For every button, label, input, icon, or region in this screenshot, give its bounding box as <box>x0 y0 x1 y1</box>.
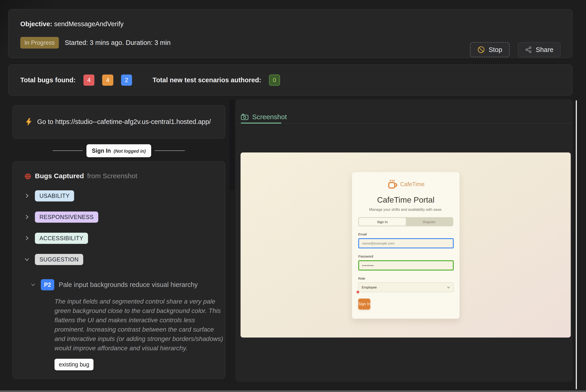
chevron-down-icon <box>24 256 30 262</box>
chevron-right-icon <box>24 214 30 220</box>
signin-marker-note: (Not logged in) <box>114 148 146 154</box>
status-badge: In Progress <box>20 37 59 48</box>
stop-icon <box>477 46 485 54</box>
password-label: Password <box>358 254 453 258</box>
role-label: Role <box>358 276 453 280</box>
divider-line-right <box>155 150 185 151</box>
bug-count-p3: 2 <box>121 74 132 86</box>
tab-register[interactable]: Register <box>406 218 453 226</box>
stats-bar: Total bugs found: 4 4 2 Total new test s… <box>8 64 572 96</box>
objective-line: Objective: sendMessageAndVerify <box>20 20 560 28</box>
bug-count-p2: 4 <box>102 74 113 86</box>
tab-screenshot-label: Screenshot <box>252 113 287 121</box>
cafetime-portal-title: CafeTime Portal <box>352 195 459 204</box>
chevron-down-icon <box>447 286 450 289</box>
sign-in-button[interactable]: Sign In <box>358 298 370 310</box>
role-selected-value: Employee <box>362 285 377 289</box>
ladybug-icon <box>24 172 32 180</box>
category-row-responsiveness[interactable]: RESPONSIVENESS <box>24 212 214 222</box>
tab-sign-in[interactable]: Sign In <box>359 218 406 226</box>
existing-bug-tag[interactable]: existing bug <box>55 359 94 370</box>
category-chip-responsiveness[interactable]: RESPONSIVENESS <box>35 212 98 223</box>
stop-label: Stop <box>489 46 502 54</box>
bugs-captured-card: Bugs Captured from Screenshot USABILITY … <box>12 161 225 379</box>
screenshot-image: CafeTime CafeTime Portal Manage your shi… <box>241 152 571 338</box>
cursor-marker <box>357 291 359 293</box>
auth-segmented-control: Sign In Register <box>358 217 453 226</box>
run-timing: Started: 3 mins ago. Duration: 3 min <box>65 39 171 46</box>
bug-title: Pale input backgrounds reduce visual hie… <box>59 281 198 288</box>
objective-card: Objective: sendMessageAndVerify In Progr… <box>8 9 572 58</box>
preview-panel: Screenshot CafeTi <box>235 99 572 382</box>
category-chip-suggestion[interactable]: SUGGESTION <box>35 254 83 265</box>
coffee-cup-logo-icon <box>387 179 397 190</box>
objective-value: sendMessageAndVerify <box>54 20 124 28</box>
chevron-down-icon <box>30 282 36 288</box>
timeline-scrollbar[interactable] <box>229 99 235 190</box>
window-bottom-edge <box>0 390 586 392</box>
preview-scrollbar[interactable] <box>576 100 577 389</box>
qa-dashboard: Objective: sendMessageAndVerify In Progr… <box>0 0 586 392</box>
priority-badge: P2 <box>41 279 54 290</box>
bug-item[interactable]: P2 Pale input backgrounds reduce visual … <box>30 279 214 290</box>
share-label: Share <box>536 46 553 54</box>
bug-count-p1: 4 <box>84 74 94 86</box>
action-lightning-icon <box>25 118 32 126</box>
share-icon <box>525 46 532 53</box>
bugs-captured-subtitle: from Screenshot <box>87 172 137 180</box>
camera-icon <box>241 114 249 120</box>
tab-screenshot[interactable]: Screenshot <box>241 113 287 121</box>
bug-description: The input fields and segmented control s… <box>55 297 225 353</box>
goto-step-card: Go to https://studio--cafetime-afg2v.us-… <box>12 105 225 138</box>
bugs-found-label: Total bugs found: <box>20 76 76 84</box>
chevron-right-icon <box>24 235 30 241</box>
category-chip-accessibility[interactable]: ACCESSIBILITY <box>35 233 88 244</box>
tab-divider <box>235 123 572 123</box>
signin-marker-row: Sign In (Not logged in) <box>12 143 225 158</box>
divider-line-left <box>53 150 83 151</box>
category-chip-usability[interactable]: USABILITY <box>35 190 74 202</box>
active-tab-underline <box>241 122 281 124</box>
bugs-captured-title: Bugs Captured <box>35 172 84 180</box>
scenarios-count-badge: 0 <box>269 74 280 86</box>
scenarios-label: Total new test scenarios authored: <box>153 76 261 84</box>
cafetime-subtitle: Manage your shifts and availability with… <box>352 208 459 212</box>
category-row-suggestion[interactable]: SUGGESTION <box>24 254 214 264</box>
email-field[interactable] <box>358 238 454 248</box>
chevron-right-icon <box>24 193 30 199</box>
category-row-accessibility[interactable]: ACCESSIBILITY <box>24 233 214 244</box>
email-label: Email <box>358 232 453 236</box>
signin-marker-pill[interactable]: Sign In (Not logged in) <box>87 144 151 157</box>
category-row-usability[interactable]: USABILITY <box>24 190 214 201</box>
cafetime-login-card: CafeTime CafeTime Portal Manage your shi… <box>352 172 460 319</box>
signin-marker-label: Sign In <box>92 148 111 154</box>
objective-label: Objective: <box>20 20 52 28</box>
goto-step-text: Go to https://studio--cafetime-afg2v.us-… <box>37 118 211 126</box>
cafetime-brand-text: CafeTime <box>400 181 425 188</box>
share-button[interactable]: Share <box>518 42 560 57</box>
password-field[interactable]: •••••••• <box>358 260 454 270</box>
stop-button[interactable]: Stop <box>470 42 510 57</box>
role-select[interactable]: Employee <box>358 282 454 292</box>
